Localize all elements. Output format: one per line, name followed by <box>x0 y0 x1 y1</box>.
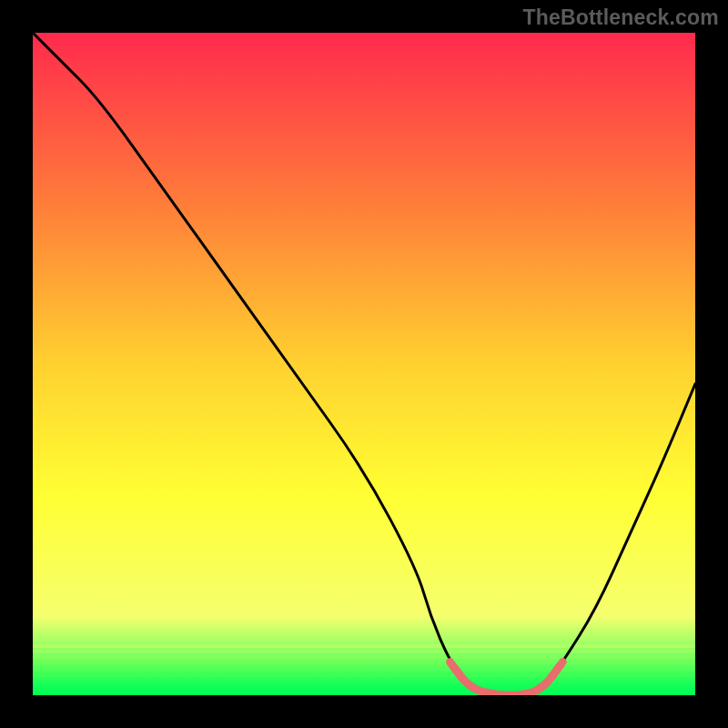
svg-rect-2 <box>33 655 695 659</box>
svg-rect-4 <box>33 666 695 670</box>
bottom-bands <box>33 644 695 695</box>
chart-svg <box>33 33 695 695</box>
chart-frame: TheBottleneck.com <box>0 0 728 728</box>
watermark-text: TheBottleneck.com <box>522 5 719 30</box>
svg-rect-7 <box>33 682 695 695</box>
svg-rect-1 <box>33 650 695 653</box>
svg-rect-5 <box>33 672 695 675</box>
gradient-background <box>33 33 695 695</box>
svg-rect-0 <box>33 644 695 648</box>
svg-rect-6 <box>33 677 695 682</box>
svg-rect-3 <box>33 661 695 664</box>
plot-area <box>33 33 695 695</box>
